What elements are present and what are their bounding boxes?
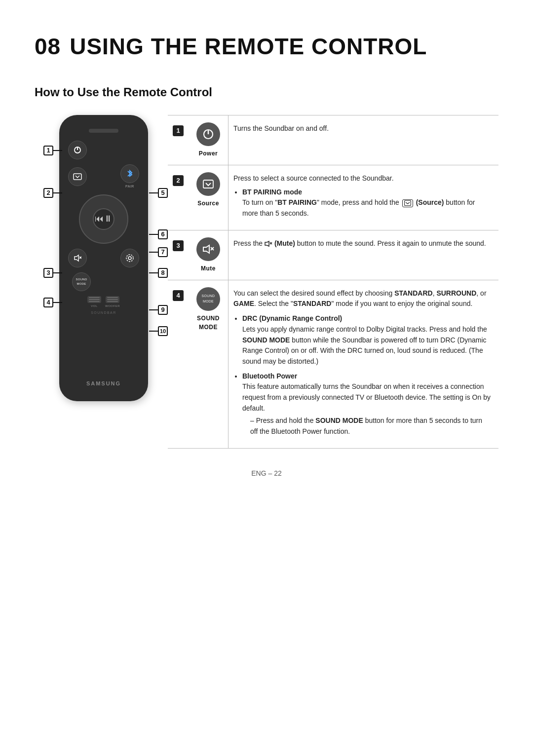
table-row-power: 1 Power Turns the Soundbar on and off. [168, 115, 498, 165]
remote-row-sound: SOUND MODE [68, 272, 139, 291]
svg-point-6 [128, 257, 131, 260]
mute-icon [196, 237, 220, 261]
table-row-mute: 3 Mute Press the (Mute) button to mute t… [168, 230, 498, 280]
callout-5: 5 [149, 188, 168, 198]
row-icon-sound-mode: SOUND MODE SOUND MODE [189, 280, 228, 448]
source-button[interactable] [68, 167, 87, 186]
row-num-2: 2 [168, 165, 189, 230]
soundbar-label: SOUNDBAR [91, 310, 116, 316]
row-num-3: 3 [168, 230, 189, 280]
callout-3: 3 [43, 268, 62, 278]
source-icon-label: Source [197, 199, 219, 208]
remote-row-power [68, 141, 139, 159]
source-inline-icon [402, 199, 413, 207]
sound-mode-icon: SOUND MODE [196, 287, 220, 311]
callout-10: 10 [149, 326, 168, 336]
svg-point-7 [126, 255, 133, 262]
callout-7: 7 [149, 247, 168, 257]
svg-rect-11 [404, 201, 411, 206]
power-button[interactable] [68, 141, 87, 159]
callout-6: 6 [149, 229, 168, 239]
callout-1: 1 [43, 146, 62, 155]
page-footer: ENG – 22 [35, 468, 498, 479]
table-row-sound-mode: 4 SOUND MODE SOUND MODE You can select t… [168, 280, 498, 449]
row-num-1: 1 [168, 115, 189, 165]
mute-icon-label: Mute [201, 264, 216, 273]
row-text-power: Turns the Soundbar on and off. [228, 115, 498, 165]
source-icon [196, 172, 220, 196]
page-title: 08USING THE REMOTE CONTROL [35, 30, 498, 64]
remote-control-diagram: PAIR ⏮⏸ [35, 115, 168, 401]
row-text-source: Press to select a source connected to th… [228, 165, 498, 230]
mute-inline-icon [265, 240, 272, 247]
sound-mode-button[interactable]: SOUND MODE [72, 272, 91, 291]
svg-rect-10 [203, 180, 213, 188]
row-icon-mute: Mute [189, 230, 228, 280]
sound-mode-gear-button[interactable] [120, 249, 139, 267]
row-icon-power: Power [189, 115, 228, 165]
power-icon-label: Power [199, 149, 218, 158]
section-title: How to Use the Remote Control [35, 83, 498, 101]
callout-8: 8 [149, 268, 168, 278]
power-icon [196, 122, 220, 146]
description-table: 1 Power Turns the Soundbar on and off. 2 [168, 115, 498, 449]
bluetooth-label: PAIR [125, 184, 134, 189]
row-text-mute: Press the (Mute) button to mute the soun… [228, 230, 498, 280]
brand-label: SAMSUNG [86, 379, 121, 388]
remote-body: PAIR ⏮⏸ [59, 115, 148, 401]
svg-marker-12 [203, 245, 209, 253]
callout-9: 9 [149, 305, 168, 315]
svg-marker-3 [75, 255, 78, 261]
mute-button[interactable] [68, 249, 87, 267]
table-row-source: 2 Source Press to select a source connec… [168, 165, 498, 230]
svg-marker-15 [265, 241, 269, 246]
bluetooth-button[interactable] [120, 164, 139, 183]
remote-top-bar [89, 129, 118, 133]
vol-slider[interactable]: VOL [87, 296, 101, 308]
row-num-4: 4 [168, 280, 189, 448]
remote-sliders-row: VOL WOOFER [68, 296, 139, 308]
row-text-sound-mode: You can select the desired sound effect … [228, 280, 498, 448]
nav-ring[interactable]: ⏮⏸ [79, 194, 128, 244]
sound-mode-icon-label: SOUND MODE [191, 314, 225, 332]
play-pause-button[interactable]: ⏮⏸ [93, 208, 114, 230]
row-icon-source: Source [189, 165, 228, 230]
callout-2: 2 [43, 188, 62, 198]
callout-4: 4 [43, 298, 62, 307]
remote-row-mute-gear [68, 249, 139, 267]
svg-rect-2 [74, 174, 81, 180]
remote-row-source-bt: PAIR [68, 164, 139, 189]
woofer-slider[interactable]: WOOFER [105, 296, 120, 308]
